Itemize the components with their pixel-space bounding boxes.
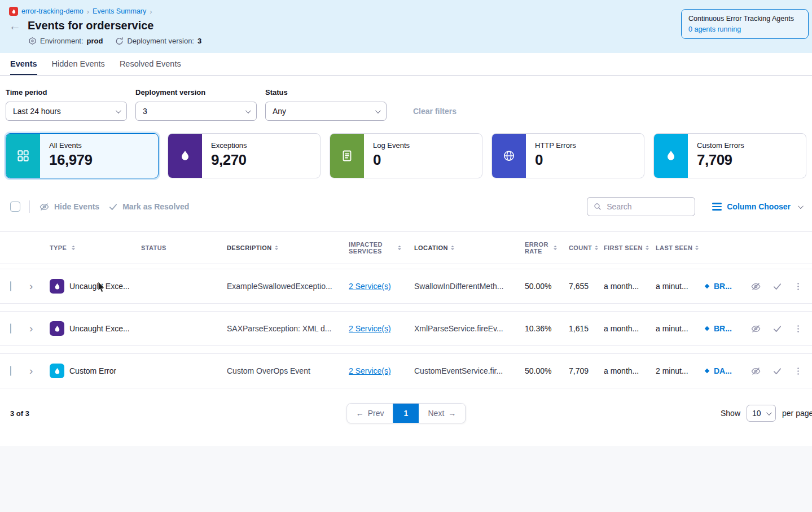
table-row: › Custom Error Custom OverOps Event 2 Se… <box>0 353 812 388</box>
event-location: SwallowInDifferentMeth... <box>414 282 525 291</box>
eye-slash-icon[interactable] <box>750 366 761 377</box>
header-description[interactable]: DESCRIPTION <box>227 244 349 251</box>
page-1-button[interactable]: 1 <box>393 404 419 423</box>
deployment-value: 3 <box>197 37 201 45</box>
header-location[interactable]: LOCATION <box>414 244 525 251</box>
prev-page-button[interactable]: ← Prev <box>347 404 393 423</box>
expand-chevron-icon[interactable]: › <box>29 322 46 335</box>
card-custom-errors[interactable]: Custom Errors 7,709 <box>653 133 806 178</box>
status-filter-value: Any <box>273 107 286 116</box>
ticket-link[interactable]: DA... <box>703 366 749 375</box>
breadcrumb-separator: › <box>87 7 89 16</box>
row-checkbox[interactable] <box>10 366 11 376</box>
check-icon[interactable] <box>773 366 782 376</box>
breadcrumb-page-link[interactable]: Events Summary <box>93 7 146 15</box>
row-checkbox[interactable] <box>10 323 11 334</box>
deployment-label: Deployment version: <box>127 37 194 45</box>
card-http-errors[interactable]: HTTP Errors 0 <box>491 133 644 178</box>
time-period-select[interactable]: Last 24 hours <box>6 102 127 121</box>
agents-status-panel: Continuous Error Tracking Agents 0 agent… <box>681 9 809 39</box>
first-seen: a month... <box>604 324 656 333</box>
chevron-down-icon <box>766 410 772 415</box>
event-type: Uncaught Exce... <box>69 282 130 291</box>
table-header-row: TYPE STATUS DESCRIPTION IMPACTED SERVICE… <box>0 231 812 264</box>
page-size-select[interactable]: 10 <box>747 405 776 422</box>
eye-slash-icon[interactable] <box>750 281 761 292</box>
event-description: Custom OverOps Event <box>227 366 349 375</box>
deployment-version-icon <box>115 37 124 45</box>
environment-value: prod <box>87 37 103 45</box>
select-all-checkbox[interactable] <box>10 202 20 212</box>
back-arrow-button[interactable]: ← <box>9 20 21 32</box>
deployment-version-select[interactable]: 3 <box>135 102 257 121</box>
search-icon <box>593 202 602 211</box>
event-location: XmlParseService.fireEv... <box>414 324 525 333</box>
kebab-menu-icon[interactable] <box>793 282 803 291</box>
expand-chevron-icon[interactable]: › <box>29 365 46 377</box>
bulk-actions-toolbar: Hide Events Mark as Resolved Column Choo… <box>0 196 812 217</box>
check-icon[interactable] <box>773 282 782 291</box>
next-page-button[interactable]: Next → <box>419 404 466 423</box>
sort-icon[interactable] <box>451 246 454 250</box>
time-period-label: Time period <box>6 88 127 97</box>
breadcrumb-project-link[interactable]: error-tracking-demo <box>21 7 84 15</box>
agents-panel-title: Continuous Error Tracking Agents <box>688 15 801 23</box>
grid-icon <box>6 134 40 178</box>
agents-running-link[interactable]: 0 agents running <box>688 25 801 33</box>
eye-slash-icon <box>39 202 50 212</box>
event-description: ExampleSwallowedExceptio... <box>227 282 349 291</box>
event-count: 7,709 <box>569 366 604 375</box>
impacted-services-link[interactable]: 2 Service(s) <box>349 282 391 291</box>
card-value: 9,270 <box>211 151 247 169</box>
expand-chevron-icon[interactable]: › <box>29 280 46 292</box>
breadcrumb-separator: › <box>150 7 152 16</box>
ticket-link[interactable]: BR... <box>703 324 749 333</box>
ticket-link[interactable]: BR... <box>703 282 749 291</box>
error-rate: 50.00% <box>525 282 569 291</box>
impacted-services-link[interactable]: 2 Service(s) <box>349 366 391 375</box>
results-summary: 3 of 3 <box>10 409 29 418</box>
card-log-events[interactable]: Log Events 0 <box>330 133 482 178</box>
search-input[interactable] <box>607 202 689 211</box>
tab-hidden-events[interactable]: Hidden Events <box>52 53 105 75</box>
sort-icon[interactable] <box>72 246 75 250</box>
row-checkbox[interactable] <box>10 281 11 291</box>
sort-icon[interactable] <box>398 246 401 250</box>
kebab-menu-icon[interactable] <box>793 366 803 376</box>
tab-events[interactable]: Events <box>10 53 37 75</box>
clear-filters-button[interactable]: Clear filters <box>413 107 457 116</box>
card-exceptions[interactable]: Exceptions 9,270 <box>168 133 321 178</box>
card-all-events[interactable]: All Events 16,979 <box>6 133 159 178</box>
mark-resolved-label: Mark as Resolved <box>122 202 189 211</box>
sort-icon[interactable] <box>554 246 557 250</box>
header-impacted-services[interactable]: IMPACTED SERVICES <box>349 241 414 255</box>
impacted-services-link[interactable]: 2 Service(s) <box>349 324 391 333</box>
status-select[interactable]: Any <box>265 102 387 121</box>
hide-events-button[interactable]: Hide Events <box>39 202 99 212</box>
card-value: 0 <box>373 151 410 169</box>
environment-label: Environment: <box>40 37 84 45</box>
sort-icon[interactable] <box>695 246 699 250</box>
event-count: 1,615 <box>569 324 604 333</box>
sort-icon[interactable] <box>646 246 649 250</box>
header-status[interactable]: STATUS <box>141 244 227 251</box>
card-value: 0 <box>535 151 576 169</box>
kebab-menu-icon[interactable] <box>793 324 803 334</box>
diamond-icon <box>703 282 711 290</box>
check-icon[interactable] <box>773 324 782 334</box>
check-icon <box>108 202 118 212</box>
column-chooser-button[interactable]: Column Chooser <box>712 202 802 211</box>
mark-resolved-button[interactable]: Mark as Resolved <box>108 202 189 212</box>
tab-resolved-events[interactable]: Resolved Events <box>120 53 181 75</box>
header-first-seen[interactable]: FIRST SEEN <box>604 244 656 251</box>
sort-icon[interactable] <box>275 246 278 250</box>
sort-icon[interactable] <box>595 246 598 250</box>
header-last-seen[interactable]: LAST SEEN <box>656 244 703 251</box>
eye-slash-icon[interactable] <box>750 323 761 334</box>
header-error-rate[interactable]: ERROR RATE <box>525 241 569 255</box>
environment-meta: Environment: prod <box>28 37 103 45</box>
event-count: 7,655 <box>569 282 604 291</box>
last-seen: a minut... <box>656 324 703 333</box>
header-type[interactable]: TYPE <box>46 244 141 251</box>
header-count[interactable]: COUNT <box>569 244 604 251</box>
